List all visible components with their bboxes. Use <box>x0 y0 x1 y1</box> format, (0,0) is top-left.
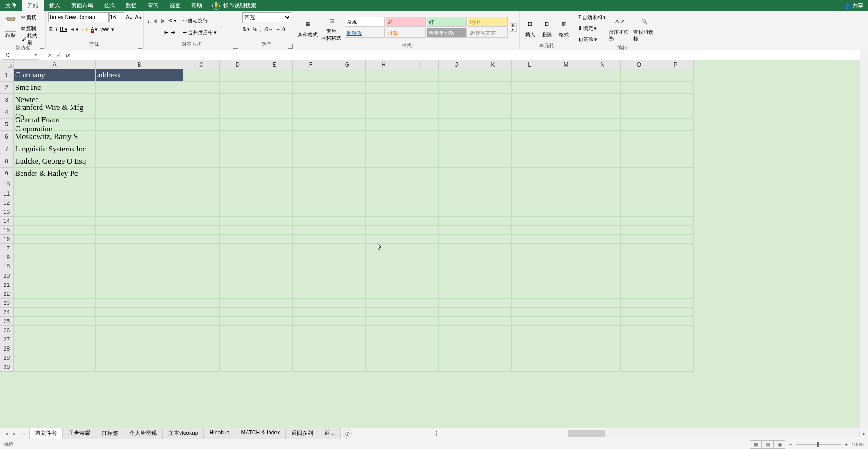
cell-G27[interactable] <box>329 335 366 344</box>
cell-D23[interactable] <box>220 299 256 308</box>
cell-F14[interactable] <box>293 217 329 226</box>
cell-A30[interactable] <box>14 362 96 372</box>
cell-G9[interactable] <box>329 168 366 180</box>
zoom-level[interactable]: 100% <box>852 442 864 447</box>
cell-C6[interactable] <box>183 131 220 143</box>
cell-G2[interactable] <box>329 82 366 94</box>
cell-J17[interactable] <box>439 244 475 253</box>
cell-M7[interactable] <box>548 143 584 155</box>
row-header-20[interactable]: 20 <box>0 271 13 280</box>
comma-button[interactable]: , <box>259 24 262 34</box>
cell-F15[interactable] <box>293 226 329 235</box>
cell-F19[interactable] <box>293 262 329 271</box>
cell-I14[interactable] <box>402 217 439 226</box>
cell-B14[interactable] <box>96 217 183 226</box>
cell-L9[interactable] <box>512 168 548 180</box>
cell-N6[interactable] <box>584 131 621 143</box>
cell-K13[interactable] <box>475 207 512 217</box>
cell-L7[interactable] <box>512 143 548 155</box>
cell-N29[interactable] <box>584 353 621 362</box>
cell-F26[interactable] <box>293 326 329 335</box>
cell-A23[interactable] <box>14 299 96 308</box>
cell-F28[interactable] <box>293 344 329 353</box>
cell-H7[interactable] <box>366 143 402 155</box>
cell-F21[interactable] <box>293 280 329 289</box>
cell-K17[interactable] <box>475 244 512 253</box>
cell-O27[interactable] <box>621 335 657 344</box>
cell-E24[interactable] <box>256 308 293 317</box>
new-sheet-button[interactable]: ⊕ <box>343 429 352 438</box>
cell-A5[interactable]: General Foam Corporation <box>14 119 96 131</box>
cell-G17[interactable] <box>329 244 366 253</box>
cell-J26[interactable] <box>439 326 475 335</box>
percent-button[interactable]: % <box>252 24 258 34</box>
col-header-E[interactable]: E <box>256 60 293 69</box>
cell-A14[interactable] <box>14 217 96 226</box>
cell-G16[interactable] <box>329 235 366 244</box>
row-header-19[interactable]: 19 <box>0 262 13 271</box>
scroll-right-button[interactable]: ▸ <box>861 430 868 437</box>
cell-M16[interactable] <box>548 235 584 244</box>
menu-formulas[interactable]: 公式 <box>98 0 120 11</box>
cell-B18[interactable] <box>96 253 183 262</box>
row-header-29[interactable]: 29 <box>0 353 13 362</box>
menu-help[interactable]: 帮助 <box>186 0 208 11</box>
cell-B17[interactable] <box>96 244 183 253</box>
tab-first-button[interactable]: ◂ <box>3 430 10 437</box>
cell-J11[interactable] <box>439 189 475 198</box>
cell-I27[interactable] <box>402 335 439 344</box>
cell-C2[interactable] <box>183 82 220 94</box>
tab-last-button[interactable]: ▸ <box>11 430 18 437</box>
cell-C9[interactable] <box>183 168 220 180</box>
cell-P25[interactable] <box>657 317 694 326</box>
cell-F4[interactable] <box>293 106 329 119</box>
cell-O8[interactable] <box>621 155 657 168</box>
cell-P12[interactable] <box>657 198 694 207</box>
decrease-decimal-button[interactable]: ←.0 <box>275 24 286 34</box>
cell-M24[interactable] <box>548 308 584 317</box>
cell-F22[interactable] <box>293 289 329 299</box>
cell-E15[interactable] <box>256 226 293 235</box>
cell-I26[interactable] <box>402 326 439 335</box>
row-header-4[interactable]: 4 <box>0 106 13 119</box>
cell-C23[interactable] <box>183 299 220 308</box>
cell-P3[interactable] <box>657 94 694 106</box>
cell-C14[interactable] <box>183 217 220 226</box>
row-header-8[interactable]: 8 <box>0 155 13 168</box>
cell-L18[interactable] <box>512 253 548 262</box>
cell-J10[interactable] <box>439 180 475 189</box>
cell-K22[interactable] <box>475 289 512 299</box>
cell-M15[interactable] <box>548 226 584 235</box>
cell-E19[interactable] <box>256 262 293 271</box>
cell-J5[interactable] <box>439 119 475 131</box>
page-layout-view-button[interactable]: ▤ <box>762 440 774 449</box>
cell-L3[interactable] <box>512 94 548 106</box>
tell-me-search[interactable]: 💡 操作说明搜索 <box>212 2 256 10</box>
cell-M12[interactable] <box>548 198 584 207</box>
cell-J1[interactable] <box>439 69 475 82</box>
cell-C4[interactable] <box>183 106 220 119</box>
cell-A25[interactable] <box>14 317 96 326</box>
cell-K29[interactable] <box>475 353 512 362</box>
cell-I10[interactable] <box>402 180 439 189</box>
cell-D26[interactable] <box>220 326 256 335</box>
row-header-18[interactable]: 18 <box>0 253 13 262</box>
sort-filter-button[interactable]: A↓Z排序和筛选 <box>609 13 631 43</box>
cell-J15[interactable] <box>439 226 475 235</box>
cell-M14[interactable] <box>548 217 584 226</box>
row-header-16[interactable]: 16 <box>0 235 13 244</box>
cell-D5[interactable] <box>220 119 256 131</box>
cell-A29[interactable] <box>14 353 96 362</box>
cell-H13[interactable] <box>366 207 402 217</box>
cell-G10[interactable] <box>329 180 366 189</box>
cell-G15[interactable] <box>329 226 366 235</box>
cell-L2[interactable] <box>512 82 548 94</box>
cell-I30[interactable] <box>402 362 439 372</box>
row-header-28[interactable]: 28 <box>0 344 13 353</box>
dialog-launcher[interactable] <box>288 44 293 49</box>
cell-F5[interactable] <box>293 119 329 131</box>
increase-font-button[interactable]: A▴ <box>125 12 133 22</box>
cell-H1[interactable] <box>366 69 402 82</box>
cell-E5[interactable] <box>256 119 293 131</box>
cell-M25[interactable] <box>548 317 584 326</box>
